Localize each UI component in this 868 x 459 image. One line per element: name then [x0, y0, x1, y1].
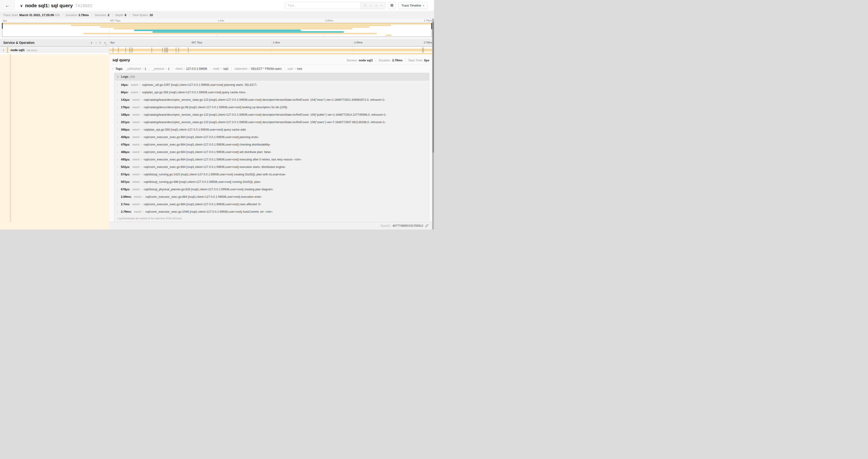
meta-separator	[405, 59, 406, 62]
span-id-bar: SpanID: 4877749850101760812	[109, 222, 434, 230]
log-entry[interactable]: ›597μs:event=‹sql/distsql_running.go:498…	[114, 178, 429, 186]
log-entry[interactable]: ›476μs:event=‹sql/conn_executor_exec.go:…	[114, 141, 429, 148]
service-operation-header: Service & Operation ∨ › » »	[0, 39, 109, 46]
log-timestamp: 459μs:	[121, 135, 130, 139]
span-name-cell[interactable]: ∨ node sql1 sql query	[0, 47, 109, 53]
log-timestamp: 476μs:	[121, 143, 130, 146]
scrollbar-thumb[interactable]	[433, 22, 434, 153]
column-resize-grip[interactable]: ||	[105, 43, 107, 46]
vertical-scrollbar[interactable]	[432, 19, 434, 230]
collapse-trace-icon[interactable]: ∨	[20, 3, 23, 8]
log-timestamp: 189μs:	[121, 113, 130, 117]
log-tick	[188, 47, 188, 53]
span-duration-bar[interactable]	[109, 49, 434, 51]
log-entry[interactable]: ›574μs:event=‹sql/distsql_running.go:142…	[114, 171, 429, 178]
log-entry[interactable]: ›459μs:event=‹sql/conn_executor_exec.go:…	[114, 133, 429, 141]
view-selector-button[interactable]: Trace Timeline ∨	[398, 2, 428, 9]
log-field-value: ‹sql/conn_executor_exec.go:684 [nsql1,cl…	[144, 165, 286, 169]
tag-key: _unfinished	[126, 67, 141, 70]
tag: user=root	[287, 67, 302, 70]
log-entry[interactable]: ›486μs:event=‹sql/conn_executor_exec.go:…	[114, 148, 429, 156]
log-timestamp: 678μs:	[121, 188, 130, 191]
log-field-key: event	[134, 195, 142, 198]
clear-find-icon[interactable]: ×	[380, 4, 382, 7]
log-field-key: event	[132, 188, 140, 191]
span-detail-region: sql query Service:node sql1 Duration:2.7…	[0, 54, 434, 222]
chevron-right-icon: ›	[113, 67, 114, 70]
summary-item: Total Spans10	[132, 13, 153, 17]
tags-accordion[interactable]: › Tags: _unfinished=1_verbose=1client=12…	[109, 65, 434, 72]
equals-sign: =	[141, 143, 142, 146]
equals-sign: =	[141, 128, 142, 131]
log-entry[interactable]: ›201μs:event=‹sql/catalog/lease/descript…	[114, 119, 429, 126]
ruler-tick-label: 2.09ms	[353, 41, 363, 44]
logs-accordion: ∨ Logs (18) ›34μs:event=‹sql/exec_util.g…	[114, 73, 429, 222]
log-tick	[162, 47, 163, 53]
chevron-right-icon: ›	[117, 173, 121, 176]
log-entry[interactable]: ›2.69ms:event=‹sql/conn_executor_exec.go…	[114, 193, 429, 201]
prev-match-icon[interactable]: ∧	[370, 4, 372, 7]
log-field-key: event	[131, 91, 138, 94]
minimap-span-bar	[84, 33, 377, 34]
minimap-span-bar	[134, 30, 301, 31]
log-entry[interactable]: ›142μs:event=‹sql/catalog/lease/descript…	[114, 96, 429, 104]
summary-item-label: Depth	[115, 13, 123, 17]
summary-item-value: 2.79ms	[79, 13, 89, 17]
log-field-value: ‹sql/conn_executor_exec.go:684 [nsql1,cl…	[144, 203, 261, 206]
log-field-value: ‹sql/distsql_running.go:498 [nsql1,clien…	[144, 180, 261, 184]
equals-sign: =	[141, 98, 142, 101]
log-timestamp: 574μs:	[121, 173, 130, 176]
service-name: node sql1	[10, 48, 25, 52]
log-field-value: ‹sql/catalog/descs/descriptor.go:98 [nsq…	[144, 106, 288, 109]
tag-key: client	[176, 67, 182, 70]
ruler-tick-label: 0μs	[109, 41, 115, 44]
indent-guide-stripe	[9, 54, 11, 222]
minimap-axis: 0μs697.75μs1.4ms2.09ms2.79ms	[2, 19, 432, 23]
service-operation-title: Service & Operation	[3, 41, 34, 44]
log-entry[interactable]: ›2.7ms:event=‹sql/conn_executor_exec.go:…	[114, 201, 429, 208]
collapse-all-icon[interactable]: »	[99, 42, 102, 43]
minimap-span-bar	[71, 25, 391, 26]
expand-one-icon[interactable]: ›	[96, 41, 97, 44]
keyboard-shortcuts-button[interactable]: ⌘	[388, 2, 396, 9]
find-input[interactable]	[285, 2, 360, 9]
equals-sign: =	[142, 210, 144, 213]
minimap-left-drag-handle[interactable]	[2, 23, 3, 29]
minimap-canvas[interactable]	[2, 23, 432, 37]
chevron-down-icon[interactable]: ∨	[0, 48, 7, 52]
collapse-one-icon[interactable]: ∨	[91, 41, 93, 44]
log-entry[interactable]: ›678μs:event=‹sql/distsql_physical_plann…	[114, 186, 429, 193]
log-timestamp: 201μs:	[121, 121, 130, 124]
log-field-key: event	[132, 151, 140, 154]
duration-label: Duration:	[379, 59, 391, 62]
log-field-key: event	[132, 203, 140, 206]
logs-header[interactable]: ∨ Logs (18)	[114, 73, 429, 80]
timeline-header-row: Service & Operation ∨ › » » || 0μs697.75…	[0, 39, 434, 47]
log-entry[interactable]: ›34μs:event=‹sql/exec_util.go:2297 [nsql…	[114, 81, 429, 89]
log-entry[interactable]: ›189μs:event=‹sql/catalog/lease/descript…	[114, 111, 429, 119]
next-match-icon[interactable]: ∨	[375, 4, 377, 7]
find-group: ∧ ∨ ×	[285, 2, 385, 9]
log-tick	[113, 47, 113, 53]
service-label: Service:	[346, 59, 358, 62]
span-track[interactable]	[109, 47, 434, 53]
log-entry[interactable]: ›495μs:event=‹sql/conn_executor_exec.go:…	[114, 156, 429, 163]
log-entry[interactable]: ›502μs:event=‹sql/conn_executor_exec.go:…	[114, 163, 429, 171]
summary-item-value: 10	[150, 13, 153, 17]
log-timestamp: 142μs:	[121, 98, 130, 101]
trace-timeline-page: ← ∨ node sql1: sql query 7418682 ∧ ∨	[0, 0, 434, 230]
log-entry[interactable]: ›2.79ms:event=‹sql/conn_executor_exec.go…	[114, 208, 429, 216]
deep-link-icon[interactable]	[425, 224, 428, 227]
tag-separator	[284, 67, 285, 70]
log-entry[interactable]: ›80μs:event=‹sql/plan_opt.go:358 [nsql1,…	[114, 89, 429, 96]
log-timestamp: 2.69ms:	[121, 195, 132, 198]
log-timestamp: 2.79ms:	[121, 210, 132, 214]
log-entry[interactable]: ›366μs:event=‹sql/plan_opt.go:358 [nsql1…	[114, 126, 429, 133]
summary-separator	[112, 13, 113, 17]
back-button[interactable]: ←	[0, 0, 15, 11]
locate-icon[interactable]	[364, 4, 367, 7]
trace-summary-bar: Trace StartMarch 31 2022, 17:25:09.326Du…	[0, 11, 434, 19]
equals-sign: =	[141, 188, 142, 191]
log-entry[interactable]: ›176μs:event=‹sql/catalog/descs/descript…	[114, 104, 429, 111]
log-field-value: ‹sql/catalog/lease/descriptor_version_st…	[144, 113, 386, 117]
